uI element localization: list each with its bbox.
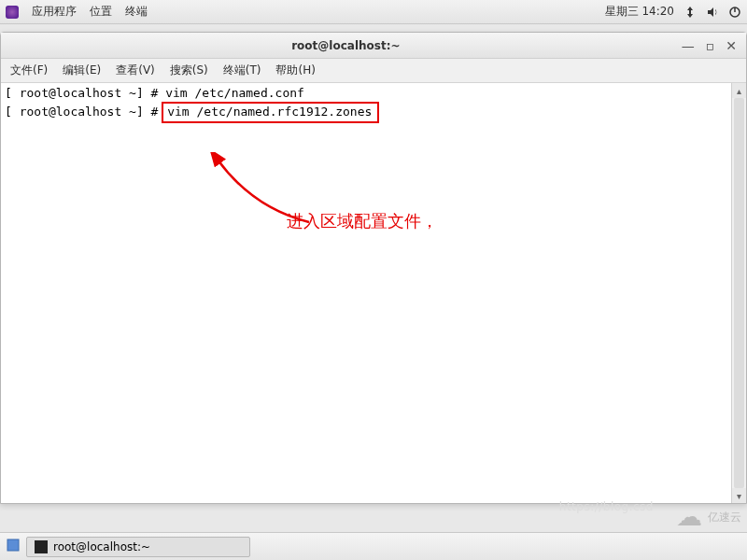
minimize-button[interactable]: — xyxy=(682,39,695,52)
svg-rect-2 xyxy=(7,539,19,551)
menu-edit[interactable]: 编辑(E) xyxy=(63,63,101,78)
terminal-viewport[interactable]: [ root@localhost ~] # vim /etc/named.con… xyxy=(1,83,731,503)
menu-applications[interactable]: 应用程序 xyxy=(32,4,77,20)
gnome-logo-icon[interactable] xyxy=(6,6,19,19)
vertical-scrollbar[interactable]: ▴ ▾ xyxy=(731,83,746,503)
taskbar-entry-label: root@localhost:~ xyxy=(53,540,150,553)
desktop-area: root@localhost:~ — ▫ ✕ 文件(F) 编辑(E) 查看(V)… xyxy=(0,24,747,560)
prompt-line-2: [ root@localhost ~] # xyxy=(5,105,165,119)
scroll-down-button[interactable]: ▾ xyxy=(732,488,746,503)
taskbar-entry[interactable]: root@localhost:~ xyxy=(26,537,250,557)
command-highlight-box: vim /etc/named.rfc1912.zones xyxy=(162,102,379,123)
topbar-left: 应用程序 位置 终端 xyxy=(6,4,148,20)
menu-help[interactable]: 帮助(H) xyxy=(275,63,315,78)
titlebar[interactable]: root@localhost:~ — ▫ ✕ xyxy=(1,33,746,59)
window-title: root@localhost:~ xyxy=(291,39,400,52)
desktop-topbar: 应用程序 位置 终端 星期三 14:20 xyxy=(0,0,747,24)
terminal-body: [ root@localhost ~] # vim /etc/named.con… xyxy=(1,83,746,503)
clock-label[interactable]: 星期三 14:20 xyxy=(605,4,674,20)
terminal-window: root@localhost:~ — ▫ ✕ 文件(F) 编辑(E) 查看(V)… xyxy=(0,32,747,504)
terminal-icon xyxy=(35,540,48,553)
show-desktop-icon[interactable] xyxy=(6,538,21,555)
cloud-icon: ☁ xyxy=(676,504,702,530)
volume-icon[interactable] xyxy=(706,6,719,19)
power-icon[interactable] xyxy=(728,6,741,19)
menu-view[interactable]: 查看(V) xyxy=(116,63,155,78)
topbar-right: 星期三 14:20 xyxy=(605,4,741,20)
menu-terminal[interactable]: 终端 xyxy=(125,4,148,20)
menubar: 文件(F) 编辑(E) 查看(V) 搜索(S) 终端(T) 帮助(H) xyxy=(1,59,746,83)
command-line-1: vim /etc/named.conf xyxy=(165,86,304,100)
menu-search[interactable]: 搜索(S) xyxy=(170,63,208,78)
maximize-button[interactable]: ▫ xyxy=(706,39,715,52)
scroll-up-button[interactable]: ▴ xyxy=(732,83,746,98)
prompt-line-1: [ root@localhost ~] # xyxy=(5,86,165,100)
scroll-thumb[interactable] xyxy=(734,98,744,488)
close-button[interactable]: ✕ xyxy=(726,39,737,52)
taskbar: root@localhost:~ xyxy=(0,532,747,560)
window-buttons: — ▫ ✕ xyxy=(682,39,737,52)
menu-file[interactable]: 文件(F) xyxy=(10,63,48,78)
brand-text: 亿速云 xyxy=(708,510,741,525)
command-line-2: vim /etc/named.rfc1912.zones xyxy=(167,105,372,119)
watermark-brand: ☁ 亿速云 xyxy=(676,504,741,530)
annotation-label: 进入区域配置文件， xyxy=(287,210,438,232)
network-icon[interactable] xyxy=(684,6,697,19)
menu-terminal-m[interactable]: 终端(T) xyxy=(223,63,261,78)
watermark-url: https://blog.csd xyxy=(559,500,654,513)
menu-places[interactable]: 位置 xyxy=(90,4,112,20)
